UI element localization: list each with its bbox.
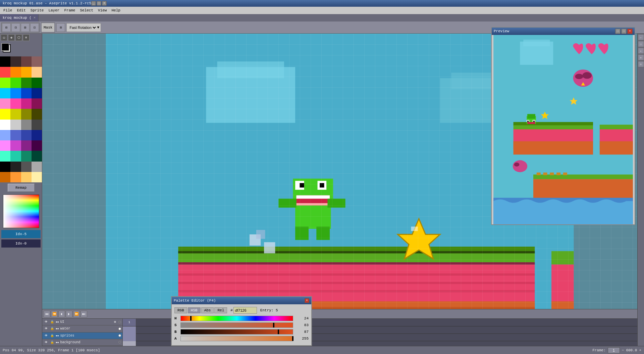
rotation-select-container[interactable]: Fast Rotation RotSprite ▼ — [66, 23, 101, 32]
minimize-button[interactable]: _ — [91, 1, 96, 6]
palette-color-12[interactable] — [0, 88, 10, 98]
palette-color-40[interactable] — [0, 162, 10, 172]
layer-expand-icon[interactable]: ●● — [56, 341, 59, 344]
remap-button[interactable]: Remap — [8, 184, 35, 192]
frame-cell-sprites-1[interactable] — [123, 341, 136, 346]
a-slider-thumb[interactable] — [292, 336, 293, 341]
frame-cell-ui-1[interactable] — [123, 326, 136, 334]
palette-color-21[interactable] — [10, 109, 21, 119]
frame-number-input[interactable] — [608, 347, 620, 353]
palette-color-5[interactable] — [10, 67, 21, 77]
b-slider-thumb[interactable] — [278, 329, 279, 334]
palette-editor-close-button[interactable]: × — [305, 298, 309, 303]
menu-layer[interactable]: Layer — [46, 8, 61, 13]
layer-background[interactable]: 👁 🔒 ●● background — [42, 339, 122, 346]
palette-color-2[interactable] — [21, 56, 32, 67]
transform-btn-2[interactable]: ⊟ — [11, 23, 20, 32]
palette-color-24[interactable] — [0, 120, 10, 130]
tool-zoom[interactable]: ⊕ — [638, 61, 644, 67]
palette-color-46[interactable] — [21, 172, 32, 182]
layer-visibility-icon[interactable]: 👁 — [44, 326, 48, 331]
menu-view[interactable]: View — [96, 8, 109, 13]
palette-color-45[interactable] — [10, 172, 21, 182]
palette-color-23[interactable] — [32, 109, 42, 119]
color-spectrum[interactable] — [3, 194, 39, 228]
palette-color-6[interactable] — [21, 67, 32, 77]
mask-button[interactable]: Mask — [42, 23, 54, 32]
palette-color-27[interactable] — [32, 120, 42, 130]
tool-eyedropper[interactable]: ◈ — [638, 54, 644, 60]
layer-expand-icon[interactable]: ●● — [56, 320, 59, 323]
palette-color-42[interactable] — [21, 162, 32, 172]
close-button[interactable]: × — [102, 1, 107, 6]
s-slider-thumb[interactable] — [273, 323, 274, 327]
tool-lasso[interactable]: ⬡ — [15, 34, 22, 41]
palette-color-10[interactable] — [21, 78, 32, 88]
palette-color-26[interactable] — [21, 120, 32, 130]
palette-color-20[interactable] — [0, 109, 10, 119]
palette-color-30[interactable] — [21, 130, 32, 140]
palette-color-4[interactable] — [0, 67, 10, 77]
maximize-button[interactable]: □ — [97, 1, 101, 6]
palette-color-37[interactable] — [10, 151, 21, 161]
palette-color-17[interactable] — [10, 98, 21, 109]
timeline-prev-frame[interactable]: ⏪ — [51, 311, 58, 317]
preview-close-button[interactable]: × — [627, 29, 633, 34]
b-slider[interactable] — [180, 329, 293, 335]
palette-color-9[interactable] — [10, 78, 21, 88]
menu-edit[interactable]: Edit — [15, 8, 28, 13]
pe-tab-rel[interactable]: Rel — [214, 307, 227, 313]
menu-file[interactable]: File — [1, 8, 14, 13]
pe-tab-rgb[interactable]: RGB — [174, 307, 187, 313]
palette-color-25[interactable] — [10, 120, 21, 130]
palette-color-28[interactable] — [0, 130, 10, 140]
zoom-minus-button[interactable]: − — [622, 348, 624, 352]
palette-color-11[interactable] — [32, 78, 42, 88]
pe-tab-hsb[interactable]: HSB — [188, 307, 201, 313]
palette-color-13[interactable] — [10, 88, 21, 98]
palette-color-14[interactable] — [21, 88, 32, 98]
palette-color-34[interactable] — [21, 140, 32, 151]
palette-color-31[interactable] — [32, 130, 42, 140]
layer-lock-icon[interactable]: 🔒 — [50, 320, 54, 324]
palette-color-0[interactable] — [0, 56, 10, 67]
title-bar-controls[interactable]: _ □ × — [91, 1, 107, 6]
fg-color-swatch[interactable] — [1, 43, 9, 51]
frame-cell-water-1[interactable] — [123, 334, 136, 341]
frame-1-header[interactable]: 1 — [123, 319, 136, 326]
transform-btn-1[interactable]: ⊞ — [2, 23, 11, 32]
palette-color-7[interactable] — [32, 67, 42, 77]
layer-visibility-icon[interactable]: 👁 — [44, 340, 48, 345]
zoom-plus-button[interactable]: + — [639, 348, 641, 352]
layer-lock-icon[interactable]: 🔒 — [50, 340, 54, 345]
palette-color-44[interactable] — [0, 172, 10, 182]
palette-color-35[interactable] — [32, 140, 42, 151]
tab-close-button[interactable]: × — [34, 16, 36, 20]
a-slider[interactable] — [180, 336, 293, 341]
layer-lock-icon[interactable]: 🔒 — [50, 326, 54, 331]
palette-color-39[interactable] — [32, 151, 42, 161]
timeline-step-forward[interactable]: ⏩ — [73, 311, 80, 317]
palette-color-22[interactable] — [21, 109, 32, 119]
menu-select[interactable]: Select — [78, 8, 95, 13]
preview-restore-button[interactable]: □ — [615, 29, 621, 34]
layer-expand-icon[interactable]: ●● — [56, 334, 59, 337]
palette-editor-title-bar[interactable]: Palette Editor (F4) × — [172, 297, 311, 304]
palette-color-32[interactable] — [0, 140, 10, 151]
h-slider-thumb[interactable] — [190, 316, 192, 321]
palette-color-36[interactable] — [0, 151, 10, 161]
palette-color-3[interactable] — [32, 56, 42, 67]
layer-expand-icon[interactable]: ●● — [56, 327, 59, 330]
transform-btn-4[interactable]: ⊡ — [30, 23, 39, 32]
layer-visibility-icon[interactable]: 👁 — [44, 320, 48, 324]
palette-color-33[interactable] — [10, 140, 21, 151]
layer-lock-icon[interactable]: 🔒 — [50, 333, 54, 338]
tool-selection[interactable]: ◻ — [1, 34, 7, 41]
palette-color-15[interactable] — [32, 88, 42, 98]
palette-color-43[interactable] — [32, 162, 42, 172]
layer-water[interactable]: 👁 🔒 ●● water — [42, 325, 122, 332]
grid-toggle-btn[interactable]: ⊞ — [56, 23, 65, 32]
palette-color-47[interactable] — [32, 172, 42, 182]
transform-btn-3[interactable]: ⊠ — [21, 23, 30, 32]
h-slider[interactable] — [180, 316, 293, 321]
